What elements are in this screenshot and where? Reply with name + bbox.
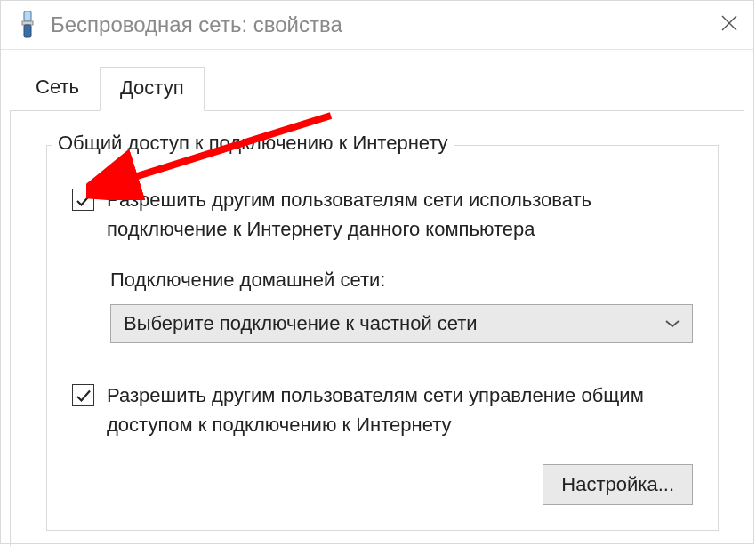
check-icon	[76, 192, 92, 208]
svg-rect-2	[24, 25, 31, 37]
dropdown-selected-text: Выберите подключение к частной сети	[124, 312, 478, 335]
client-area: Сеть Доступ Общий доступ к подключению к…	[1, 50, 753, 546]
check-icon	[76, 388, 92, 404]
allow-control-checkbox[interactable]	[72, 384, 94, 406]
allow-share-row: Разрешить другим пользователям сети испо…	[72, 185, 693, 244]
allow-share-label: Разрешить другим пользователям сети испо…	[107, 185, 693, 244]
titlebar: Беспроводная сеть: свойства	[1, 1, 753, 50]
groupbox-legend: Общий доступ к подключению к Интернету	[52, 132, 454, 155]
window-title: Беспроводная сеть: свойства	[51, 12, 704, 37]
ics-groupbox: Общий доступ к подключению к Интернету Р…	[46, 145, 719, 531]
settings-button[interactable]: Настройка...	[543, 464, 693, 505]
home-connection-dropdown[interactable]: Выберите подключение к частной сети	[110, 304, 693, 343]
home-connection-label: Подключение домашней сети:	[110, 269, 693, 292]
svg-rect-0	[24, 11, 31, 21]
tabpanel-access: Общий доступ к подключению к Интернету Р…	[10, 110, 744, 546]
close-icon	[721, 13, 737, 36]
settings-row: Настройка...	[72, 464, 693, 505]
tab-network[interactable]: Сеть	[15, 66, 100, 110]
allow-share-checkbox[interactable]	[72, 189, 94, 211]
properties-window: Беспроводная сеть: свойства Сеть Доступ …	[0, 0, 754, 544]
svg-rect-1	[22, 21, 33, 25]
allow-control-row: Разрешить другим пользователям сети упра…	[72, 381, 693, 439]
chevron-down-icon	[665, 316, 680, 332]
wireless-adapter-icon	[19, 11, 36, 39]
close-button[interactable]	[704, 1, 753, 50]
tabstrip: Сеть Доступ	[15, 66, 744, 110]
allow-control-label: Разрешить другим пользователям сети упра…	[107, 381, 693, 439]
tab-access[interactable]: Доступ	[100, 67, 205, 111]
